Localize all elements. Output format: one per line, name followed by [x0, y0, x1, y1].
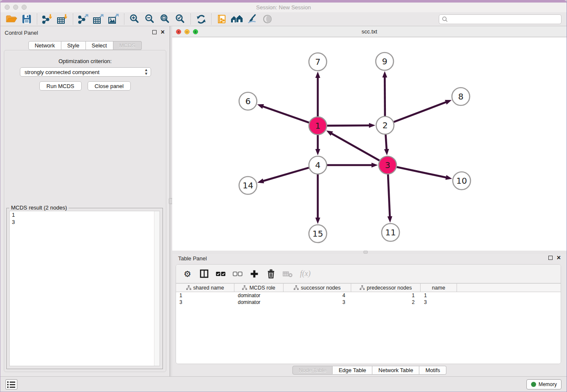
- graph-node-label: 8: [458, 91, 464, 102]
- import-table-icon[interactable]: [55, 13, 70, 25]
- graph-node-label: 15: [312, 229, 323, 239]
- tab-node-table[interactable]: Node Table: [292, 366, 333, 375]
- network-canvas[interactable]: 7968124314101511: [172, 37, 567, 251]
- result-scrollbar[interactable]: [154, 211, 160, 366]
- toolbar-separator: [124, 14, 124, 25]
- zoom-fit-icon[interactable]: [157, 13, 173, 25]
- graph-node-label: 4: [315, 160, 321, 170]
- column-header-predecessor-nodes[interactable]: predecessor nodes: [351, 284, 421, 292]
- splitter-handle[interactable]: [363, 251, 368, 254]
- zoom-out-icon[interactable]: [142, 13, 157, 25]
- cell-name[interactable]: 1: [421, 292, 457, 299]
- main-toolbar: [0, 12, 567, 26]
- search-input[interactable]: [448, 16, 559, 23]
- graph-edge[interactable]: [327, 125, 370, 126]
- select-all-icon[interactable]: [216, 268, 226, 279]
- float-panel-icon[interactable]: [548, 256, 553, 260]
- cell-mcds-role[interactable]: dominator: [234, 299, 284, 306]
- graph-edge[interactable]: [330, 133, 379, 160]
- open-folder-icon[interactable]: [4, 13, 19, 25]
- float-panel-icon[interactable]: [152, 30, 157, 34]
- network-view-window: × − + scc.txt 7968124314101511: [172, 26, 567, 251]
- cell-name[interactable]: 3: [421, 299, 457, 306]
- search-icon: [442, 16, 448, 22]
- search-field[interactable]: [439, 14, 561, 24]
- tab-motifs[interactable]: Motifs: [419, 366, 446, 375]
- optimization-criterion-select[interactable]: strongly connected component ▲▼: [20, 67, 151, 77]
- graph-edge[interactable]: [388, 174, 390, 218]
- save-icon[interactable]: [19, 13, 34, 25]
- clone-network-icon[interactable]: [214, 13, 229, 25]
- graph-node-label: 11: [385, 227, 396, 237]
- table-row[interactable]: 3 dominator 3 2 3: [176, 299, 561, 306]
- graph-edge-arrowhead: [372, 163, 378, 168]
- close-panel-button[interactable]: Close panel: [88, 81, 131, 91]
- graph-edge[interactable]: [262, 106, 309, 123]
- deselect-all-icon[interactable]: [233, 268, 242, 279]
- control-panel-title: Control Panel: [5, 30, 38, 36]
- show-hide-icon[interactable]: [260, 13, 275, 25]
- tab-select[interactable]: Select: [86, 41, 113, 50]
- network-graph[interactable]: 7968124314101511: [172, 37, 565, 251]
- column-type-icon: [360, 285, 365, 290]
- mcds-panel: Optimization criterion: strongly connect…: [4, 50, 166, 372]
- table-row[interactable]: 1 dominator 4 1 1: [176, 292, 561, 299]
- graph-edge[interactable]: [394, 102, 447, 122]
- export-network-icon[interactable]: [76, 13, 91, 25]
- tab-mcds[interactable]: MCDS: [113, 41, 142, 50]
- chevron-updown-icon: ▲▼: [144, 68, 148, 76]
- table-panel: Table Panel × ⚙: [172, 254, 567, 376]
- refresh-icon[interactable]: [193, 13, 209, 25]
- toolbar-separator: [73, 14, 73, 25]
- mcds-result-list[interactable]: 1 3: [9, 211, 160, 366]
- delete-column-icon[interactable]: [266, 268, 275, 279]
- horizontal-splitter[interactable]: [172, 251, 567, 254]
- cell-mcds-role[interactable]: dominator: [234, 292, 284, 299]
- window-titlebar: Session: New Session: [0, 3, 567, 12]
- export-image-icon[interactable]: [106, 13, 121, 25]
- apply-style-icon[interactable]: [245, 13, 260, 25]
- cell-shared-name[interactable]: 1: [176, 292, 234, 299]
- tab-edge-table[interactable]: Edge Table: [333, 366, 372, 375]
- zoom-selected-icon[interactable]: [173, 13, 188, 25]
- graph-edge[interactable]: [397, 167, 447, 178]
- cell-predecessor-nodes[interactable]: 1: [351, 292, 421, 299]
- column-header-shared-name[interactable]: shared name: [176, 284, 234, 292]
- graph-edge-arrowhead: [446, 175, 452, 180]
- close-panel-icon[interactable]: ×: [557, 256, 561, 260]
- graph-edge[interactable]: [385, 135, 386, 150]
- column-header-name[interactable]: name: [421, 284, 457, 292]
- column-header-mcds-role[interactable]: MCDS role: [234, 284, 284, 292]
- graph-edge[interactable]: [262, 168, 309, 181]
- graph-edge-arrowhead: [445, 100, 451, 105]
- graph-node-label: 1: [315, 121, 321, 131]
- import-network-icon[interactable]: [40, 13, 55, 25]
- run-mcds-button[interactable]: Run MCDS: [39, 81, 82, 91]
- graph-edge-arrowhead: [315, 72, 320, 78]
- add-column-icon[interactable]: [250, 268, 259, 279]
- network-titlebar: × − + scc.txt: [172, 26, 567, 37]
- cell-successor-nodes[interactable]: 3: [284, 299, 351, 306]
- zoom-in-icon[interactable]: [127, 13, 142, 25]
- node-table-container: ⚙: [176, 264, 561, 364]
- table-panel-title: Table Panel: [178, 255, 207, 262]
- export-table-icon[interactable]: [91, 13, 106, 25]
- close-panel-icon[interactable]: ×: [161, 30, 165, 34]
- tab-network[interactable]: Network: [28, 41, 61, 50]
- status-bar: Memory: [0, 376, 567, 392]
- table-toolbar: ⚙: [176, 265, 561, 283]
- graph-node-label: 6: [245, 96, 251, 106]
- cell-successor-nodes[interactable]: 4: [284, 292, 351, 299]
- toggle-panes-icon[interactable]: [199, 268, 209, 279]
- list-icon: [7, 381, 16, 389]
- cell-predecessor-nodes[interactable]: 2: [351, 299, 421, 306]
- cell-shared-name[interactable]: 3: [176, 299, 234, 306]
- first-neighbors-icon[interactable]: [229, 13, 245, 25]
- column-settings-icon[interactable]: ⚙: [183, 268, 192, 279]
- memory-button[interactable]: Memory: [526, 379, 561, 389]
- tab-style[interactable]: Style: [61, 41, 86, 50]
- tab-network-table[interactable]: Network Table: [372, 366, 419, 375]
- graph-edge[interactable]: [385, 76, 385, 116]
- task-history-button[interactable]: [6, 379, 17, 389]
- column-header-successor-nodes[interactable]: successor nodes: [284, 284, 351, 292]
